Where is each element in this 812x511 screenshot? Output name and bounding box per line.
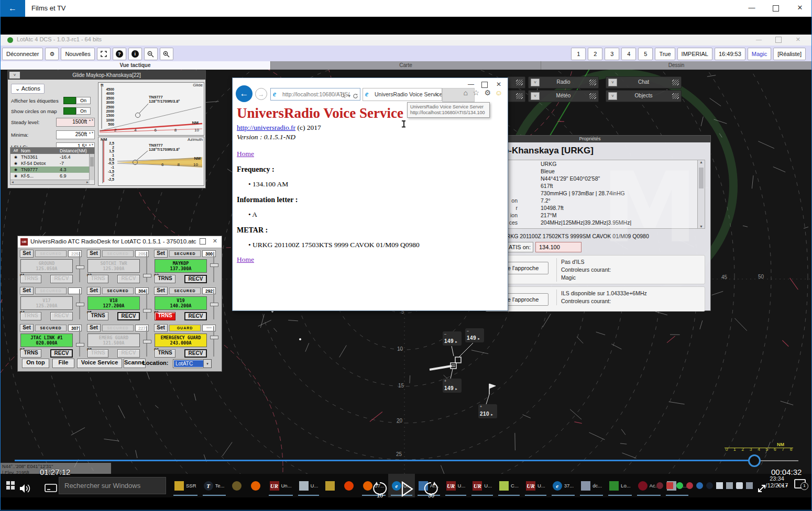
recv-button[interactable]: RECV [117,312,140,320]
home-icon[interactable]: ⌂ [464,88,468,97]
site-link[interactable]: http://universradio.fr [237,124,295,131]
address-bar[interactable]: e http://localhost:10680/ATIS/ ▾ [270,88,360,101]
smiley-feedback-icon[interactable]: ☺ [495,88,502,97]
set-button[interactable]: Set [87,324,101,332]
new-tab-strip[interactable] [442,88,475,102]
trns-button[interactable]: TRNS [155,349,175,358]
true-heading-button[interactable]: True [655,48,675,60]
toggle-etiquettes[interactable]: On [63,97,91,104]
maximize-button[interactable] [764,0,788,17]
recv-button[interactable]: RECV [50,275,73,283]
actions-dropdown[interactable]: ⌄ Actions [11,84,45,94]
volume-slider[interactable] [210,288,218,321]
taskbar-app-button[interactable]: T Te... [200,474,228,497]
minima-spinner[interactable]: 250ft▲▼ [56,130,95,139]
subtitles-button[interactable] [44,483,58,494]
collapsed-panel[interactable]: v Objects [606,90,682,102]
table-row[interactable]: ◉ Kf-54 Detox -7 [10,160,94,166]
more-options-button[interactable]: ··· [777,481,789,491]
on-top-button[interactable]: On top [22,359,49,368]
airport-info-list[interactable]: URKG Bleue N44°41'29" E040°02'58" 617ft … [476,160,705,229]
taskbar-app-button[interactable] [341,474,359,497]
eye-icon[interactable]: ◉ [10,173,21,179]
collapsed-panel[interactable]: v Chat [606,76,682,88]
browser-back-button[interactable]: ← [236,85,253,102]
preset-number-button[interactable]: 2 [588,48,602,60]
zoom-in-icon[interactable] [160,48,173,60]
fullscreen-icon[interactable] [97,48,111,60]
volume-slider[interactable] [75,251,84,284]
skip-forward-button[interactable]: 30 [421,480,441,498]
panel-checkbox[interactable]: v [531,79,540,86]
volume-slider[interactable] [210,251,218,284]
home-link-bottom[interactable]: Home [237,256,254,263]
aircraft-tag[interactable]: – 149▸ [465,328,484,342]
taskbar-app-button[interactable]: SSR [171,474,200,497]
eye-icon[interactable]: ◉ [10,166,21,173]
toggle-circles[interactable]: On [63,107,91,115]
settings-gear-icon[interactable]: ⚙ [484,88,491,97]
trns-button[interactable]: TRNS [87,349,108,358]
collapsed-panel[interactable]: v Météo [528,90,599,102]
taskbar-app-button[interactable]: UR U... [469,474,496,497]
tray-icon[interactable] [686,482,693,489]
channel-name-display[interactable]: V17125.200A [20,296,73,310]
back-button[interactable]: ← [0,0,25,17]
table-row[interactable]: ◉ TN9777 4.3 [10,166,94,173]
atis-frequency-field[interactable]: 134.100 [535,242,581,252]
fullscreen-button[interactable] [755,482,769,495]
recv-button[interactable]: RECV [184,275,207,283]
timeline-thumb[interactable] [748,454,761,467]
tray-icon[interactable] [666,482,673,489]
taskbar-search-box[interactable]: Rechercher sur Windows [59,477,166,494]
set-button[interactable]: Set [87,250,101,258]
favorites-star-icon[interactable]: ☆ [473,88,479,97]
browser-close-button[interactable]: ✕ [496,81,501,88]
tray-icon[interactable] [736,482,743,489]
voice-service-button[interactable]: Voice Service [77,359,122,368]
collapsed-panel[interactable]: v Radio [528,76,599,88]
start-button-icon[interactable] [6,481,15,490]
zoom-out-icon[interactable] [144,48,158,60]
taskbar-app-button[interactable]: dc... [577,474,606,497]
taskbar-app-button[interactable]: UR U... [522,474,549,497]
channel-name-display[interactable]: GROUND125.050A [20,259,73,273]
info-vscrollbar[interactable]: ▲▼ [697,160,705,228]
lotatc-close-button[interactable]: ✕ [796,36,800,43]
taskbar-app-button[interactable]: UR U... [443,474,469,497]
taskbar-app-button[interactable] [247,474,266,497]
trns-button[interactable]: TRNS [155,312,175,320]
aircraft-table[interactable]: Aff Nom Distance(NM) ◉ TN3361 -16.4 ◉ Kf… [10,147,95,185]
browser-forward-button[interactable]: → [255,88,267,100]
set-button[interactable]: Set [154,250,168,258]
resize-grip-icon[interactable] [672,93,679,99]
channel-name-display[interactable]: MAYKOP137.300A [155,259,207,273]
aircraft-tag[interactable]: + 210▸ [478,404,497,418]
collapsed-panel-partial[interactable] [507,76,525,88]
trns-button[interactable]: TRNS [87,312,108,320]
taskbar-app-button[interactable]: Lo... [606,474,634,497]
glide-window-titlebar[interactable]: Glide Maykop-Khanskaya[22] [8,71,205,80]
volume-slider[interactable] [142,251,151,284]
preset-number-button[interactable]: 5 [638,48,653,60]
timeline-remaining[interactable] [760,460,798,461]
set-button[interactable]: Set [20,250,34,258]
close-button[interactable]: ✕ [788,0,812,17]
channel-name-display[interactable]: V19140.200A [155,296,207,310]
volume-slider[interactable] [142,325,151,359]
eye-icon[interactable]: ◉ [10,154,21,160]
panel-checkbox[interactable]: v [608,79,617,86]
tray-icon[interactable] [726,482,733,489]
recv-button[interactable]: RECV [117,349,140,358]
units-button[interactable]: IMPERIAL [677,48,712,60]
skip-back-button[interactable]: 10 [370,480,390,498]
volume-slider[interactable] [142,288,151,321]
preset-number-button[interactable]: 1 [571,48,586,60]
set-button[interactable]: Set [87,287,101,295]
set-button[interactable]: Set [154,324,168,332]
help-icon[interactable]: ? [113,48,126,60]
tag-expand-icon[interactable]: ▸ [455,387,457,391]
preset-number-button[interactable]: 4 [621,48,636,60]
recv-button[interactable]: RECV [50,349,73,358]
news-button[interactable]: Nouvelles [61,48,94,60]
